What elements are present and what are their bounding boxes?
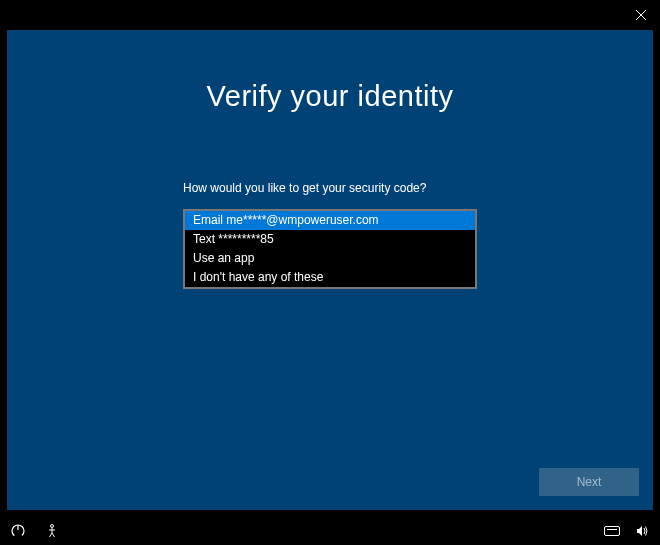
volume-icon[interactable]	[634, 523, 650, 539]
taskbar-left	[10, 523, 60, 539]
power-icon[interactable]	[10, 523, 26, 539]
setup-window: Verify your identity How would you like …	[0, 0, 660, 545]
dropdown-option-text[interactable]: Text *********85	[185, 230, 475, 249]
titlebar	[0, 0, 660, 30]
main-panel: Verify your identity How would you like …	[7, 30, 653, 510]
accessibility-icon[interactable]	[44, 523, 60, 539]
close-icon	[635, 9, 647, 21]
taskbar-right	[604, 523, 650, 539]
content-area: Verify your identity How would you like …	[7, 30, 653, 510]
page-title: Verify your identity	[207, 80, 454, 113]
dropdown-option-none[interactable]: I don't have any of these	[185, 268, 475, 287]
close-button[interactable]	[634, 8, 648, 22]
prompt-text: How would you like to get your security …	[183, 181, 477, 195]
svg-line-7	[50, 533, 53, 537]
dropdown-option-app[interactable]: Use an app	[185, 249, 475, 268]
svg-line-8	[52, 533, 55, 537]
svg-point-4	[51, 525, 54, 528]
taskbar	[0, 517, 660, 545]
verification-method-dropdown[interactable]: Email me*****@wmpoweruser.com Text *****…	[183, 209, 477, 289]
next-button[interactable]: Next	[539, 468, 639, 496]
keyboard-icon[interactable]	[604, 523, 620, 539]
dropdown-option-email[interactable]: Email me*****@wmpoweruser.com	[185, 211, 475, 230]
